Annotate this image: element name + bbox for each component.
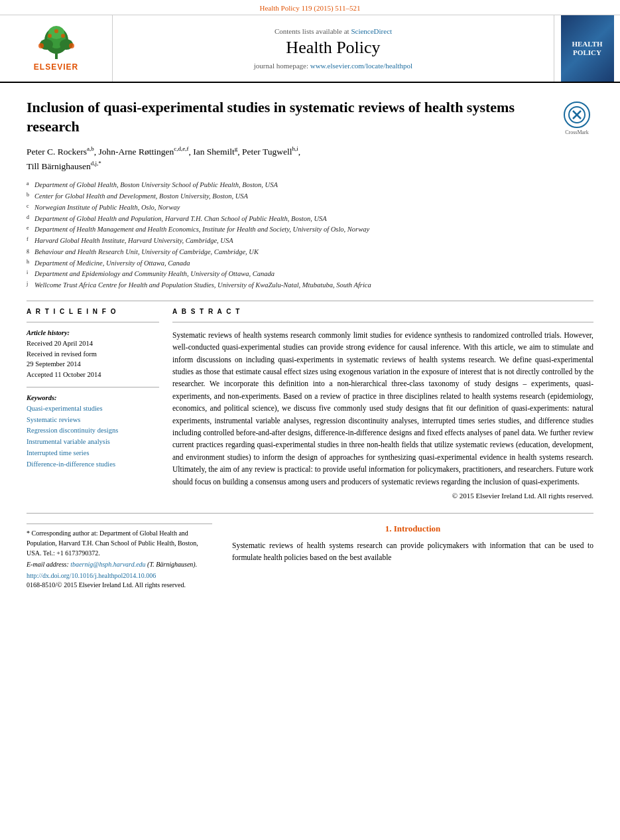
affil-a: a Department of Global Health, Boston Un… (27, 180, 593, 190)
svg-point-8 (48, 34, 52, 38)
affil-f: f Harvard Global Health Institute, Harva… (27, 236, 593, 246)
svg-point-7 (69, 43, 74, 48)
crossmark-icon[interactable] (564, 102, 590, 128)
authors-line: Peter C. Rockersa,b, John-Arne Røttingen… (27, 144, 593, 173)
keyword-5[interactable]: Interrupted time series (27, 448, 159, 459)
elsevier-tree-icon (27, 26, 86, 62)
info-abstract-area: A R T I C L E I N F O Article history: R… (27, 308, 593, 500)
homepage-line: journal homepage: www.elsevier.com/locat… (254, 62, 412, 70)
keyword-6[interactable]: Difference-in-difference studies (27, 459, 159, 470)
svg-point-10 (54, 29, 58, 33)
abstract-heading: A B S T R A C T (172, 308, 593, 315)
copyright-line: © 2015 Elsevier Ireland Ltd. All rights … (172, 492, 593, 500)
article-title-area: Inclusion of quasi-experimental studies … (27, 93, 593, 136)
intro-text: Systematic reviews of health systems res… (232, 539, 593, 564)
elsevier-wordmark: ELSEVIER (34, 62, 78, 72)
accepted: Accepted 11 October 2014 (27, 370, 159, 380)
article-info-column: A R T I C L E I N F O Article history: R… (27, 308, 159, 500)
keyword-2[interactable]: Systematic reviews (27, 415, 159, 426)
email-link[interactable]: tbaernig@hsph.harvard.edu (70, 561, 145, 568)
affil-e: e Department of Health Management and He… (27, 224, 593, 235)
journal-cover-area: HEALTH POLICY (554, 15, 620, 82)
article-history: Article history: Received 20 April 2014 … (27, 329, 159, 380)
received-revised-date: 29 September 2014 (27, 359, 159, 370)
affil-d: d Department of Global Health and Popula… (27, 214, 593, 224)
keywords-section: Keywords: Quasi-experimental studies Sys… (27, 394, 159, 470)
abstract-column: A B S T R A C T Systematic reviews of he… (172, 308, 593, 500)
sciencedirect-link[interactable]: ScienceDirect (351, 27, 392, 35)
footnote-divider (27, 524, 212, 524)
info-divider (27, 322, 159, 322)
bottom-section: * Corresponding author at: Department of… (27, 513, 593, 589)
publisher-logo-area: ELSEVIER (0, 15, 113, 82)
abstract-divider (172, 322, 593, 322)
crossmark-svg (568, 105, 586, 124)
article-info-heading: A R T I C L E I N F O (27, 308, 159, 315)
keyword-4[interactable]: Instrumental variable analysis (27, 437, 159, 448)
homepage-url-link[interactable]: www.elsevier.com/locate/healthpol (310, 62, 412, 70)
keywords-title: Keywords: (27, 394, 159, 401)
affil-i: i Department and Epidemiology and Commun… (27, 269, 593, 279)
affiliations-section: a Department of Global Health, Boston Un… (27, 180, 593, 291)
issn-text: 0168-8510/© 2015 Elsevier Ireland Ltd. A… (27, 581, 212, 589)
affil-j: j Wellcome Trust Africa Centre for Healt… (27, 280, 593, 291)
keyword-1[interactable]: Quasi-experimental studies (27, 403, 159, 415)
main-content: Inclusion of quasi-experimental studies … (0, 83, 620, 598)
affil-h: h Department of Medicine, University of … (27, 258, 593, 269)
keyword-3[interactable]: Regression discontinuity designs (27, 425, 159, 437)
intro-heading: 1. Introduction (232, 524, 593, 534)
star-footnote: * Corresponding author at: Department of… (27, 528, 212, 558)
affil-g: g Behaviour and Health Research Unit, Un… (27, 247, 593, 257)
crossmark-label: CrossMark (565, 129, 589, 135)
introduction-column: 1. Introduction Systematic reviews of he… (232, 524, 593, 589)
doi-link[interactable]: http://dx.doi.org/10.1016/j.healthpol201… (27, 572, 156, 579)
journal-cover-image: HEALTH POLICY (561, 15, 614, 82)
footnotes-column: * Corresponding author at: Department of… (27, 524, 212, 589)
journal-citation: Health Policy 119 (2015) 511–521 (0, 0, 620, 15)
svg-point-9 (61, 34, 65, 38)
svg-point-6 (38, 43, 44, 48)
keywords-divider (27, 387, 159, 387)
history-title: Article history: (27, 329, 159, 336)
journal-header: ELSEVIER Contents lists available at Sci… (0, 15, 620, 83)
received-revised: Received in revised form (27, 349, 159, 360)
email-footnote: E-mail address: tbaernig@hsph.harvard.ed… (27, 561, 212, 568)
doi-line: http://dx.doi.org/10.1016/j.healthpol201… (27, 572, 212, 579)
contents-line: Contents lists available at ScienceDirec… (275, 27, 392, 35)
received-1: Received 20 April 2014 (27, 338, 159, 349)
crossmark-area: CrossMark (560, 98, 593, 135)
abstract-text: Systematic reviews of health systems res… (172, 329, 593, 488)
article-title: Inclusion of quasi-experimental studies … (27, 98, 550, 136)
affil-c: c Norwegian Institute of Public Health, … (27, 202, 593, 213)
journal-title: Health Policy (286, 38, 380, 58)
section-divider (27, 301, 593, 301)
elsevier-logo: ELSEVIER (27, 26, 86, 72)
affil-b: b Center for Global Health and Developme… (27, 191, 593, 202)
journal-info-center: Contents lists available at ScienceDirec… (113, 15, 554, 82)
